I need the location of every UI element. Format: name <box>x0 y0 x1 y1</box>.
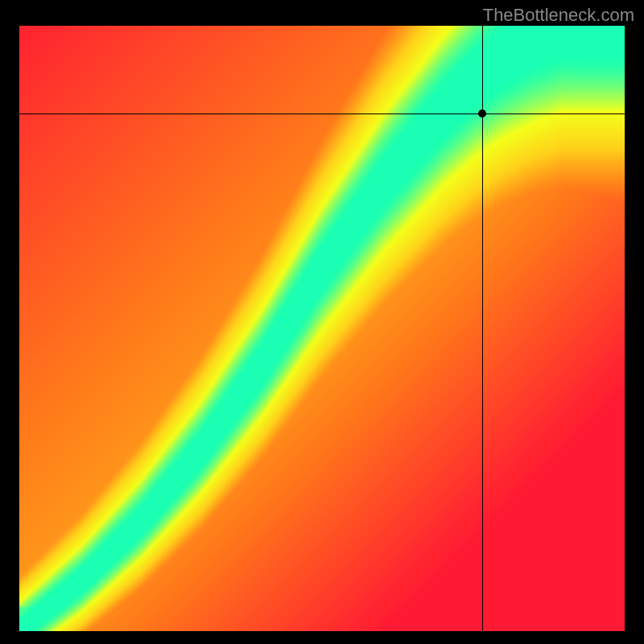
watermark-text: TheBottleneck.com <box>483 5 634 26</box>
heatmap-canvas <box>19 26 625 631</box>
heatmap-plot <box>19 26 625 631</box>
crosshair-horizontal <box>19 114 625 114</box>
marker-dot <box>478 109 486 118</box>
